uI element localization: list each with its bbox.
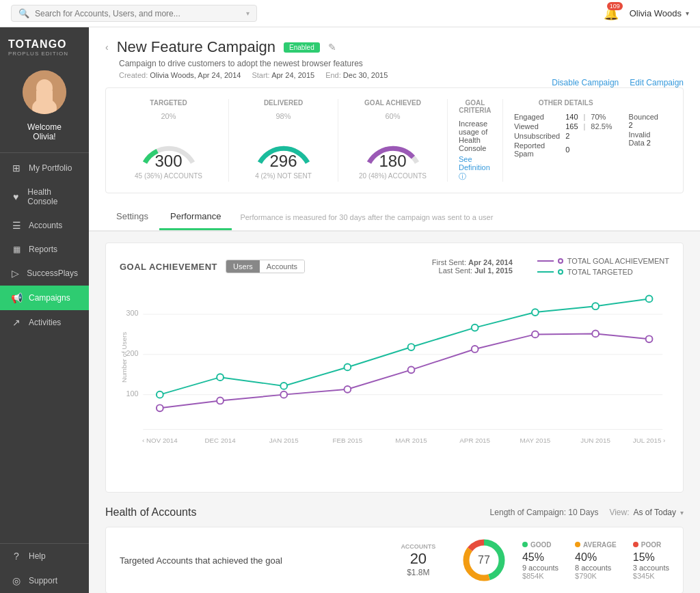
y-label-200: 200 xyxy=(126,349,138,357)
goal-achieved-sub: 20 (48%) ACCOUNTS xyxy=(349,172,436,180)
view-select[interactable]: View: As of Today ▾ xyxy=(609,508,684,517)
sidebar-item-activities[interactable]: ↗ Activities xyxy=(0,310,89,335)
tab-performance[interactable]: Performance xyxy=(159,204,232,230)
view-dropdown-icon[interactable]: ▾ xyxy=(680,509,684,516)
sidebar-item-successplays[interactable]: ▷ SuccessPlays xyxy=(0,261,89,286)
x-mar2015: MAR 2015 xyxy=(395,437,427,444)
health-card-0-title: Targeted Accounts that achieved the goal xyxy=(120,555,375,566)
tab-settings[interactable]: Settings xyxy=(105,204,159,230)
health-card-0-accounts: ACCOUNTS 20 $1.8M xyxy=(391,543,446,577)
welcome-text: Welcome Olivia! xyxy=(0,120,89,150)
see-definition-link[interactable]: See Definition ⓘ xyxy=(459,155,490,180)
tab-performance-note: Performance is measured for 30 days afte… xyxy=(240,213,493,221)
brand-edition: PROPLUS EDITION xyxy=(8,51,81,57)
edit-campaign-button[interactable]: Edit Campaign xyxy=(630,78,684,87)
user-name: Olivia Woods xyxy=(630,8,682,18)
achieved-point-0 xyxy=(157,404,163,411)
main-content: ‹ New Feature Campaign Enabled ✎ Campaig… xyxy=(89,27,700,593)
created-label: Created: xyxy=(119,71,148,79)
sidebar-item-accounts[interactable]: ☰ Accounts xyxy=(0,213,89,238)
donut-0: 77 xyxy=(462,538,506,582)
health-icon: ♥ xyxy=(11,191,21,202)
notification-badge: 109 xyxy=(607,2,623,10)
other-details-table: Engaged140|70% Viewed165|82.5% Unsubscri… xyxy=(514,112,618,158)
portfolio-icon: ⊞ xyxy=(11,163,22,174)
sidebar-item-label-portfolio: My Portfolio xyxy=(29,163,72,173)
sidebar-item-label-health: Health Console xyxy=(27,187,78,206)
topbar: 🔍 ▾ 🔔 109 Olivia Woods ▾ xyxy=(0,0,700,27)
achieved-point-3 xyxy=(344,386,351,393)
legend-dot-targeted xyxy=(558,269,563,275)
x-nov2014: ‹ NOV 2014 xyxy=(142,437,178,444)
targeted-point-1 xyxy=(217,374,224,381)
delivered-number: 296 xyxy=(269,152,297,171)
poor-pct-0: 15% xyxy=(633,551,669,564)
bounced-section: Bounced 2 Invalid Data 2 xyxy=(629,99,658,182)
enabled-badge: Enabled xyxy=(284,42,320,53)
sidebar-item-help[interactable]: ? Help xyxy=(0,544,89,568)
legend-line-targeted xyxy=(537,271,554,273)
search-dropdown-icon[interactable]: ▾ xyxy=(246,10,250,17)
delivered-label: DELIVERED xyxy=(240,99,327,107)
y-label-100: 100 xyxy=(126,389,138,398)
back-arrow[interactable]: ‹ xyxy=(105,42,109,53)
x-feb2015: FEB 2015 xyxy=(333,437,363,444)
chart-toggle[interactable]: Users Accounts xyxy=(226,260,305,273)
health-stat-good-0: GOOD 45% 9 accounts $854K xyxy=(522,541,558,580)
notification-button[interactable]: 🔔 109 xyxy=(604,6,619,21)
avatar-container xyxy=(0,62,89,120)
campaign-description: Campaign to drive customers to adopt the… xyxy=(119,59,552,68)
health-header: Health of Accounts Length of Campaign: 1… xyxy=(105,506,684,519)
sidebar-item-support[interactable]: ◎ Support xyxy=(0,568,89,593)
sidebar-item-label-activities: Activities xyxy=(29,318,61,327)
sidebar-item-label-accounts: Accounts xyxy=(29,221,62,230)
other-details-label: OTHER DETAILS xyxy=(514,99,618,107)
chart-toggle-users[interactable]: Users xyxy=(226,260,260,273)
avatar-image xyxy=(23,70,66,114)
chart-toggle-accounts[interactable]: Accounts xyxy=(260,260,304,273)
legend-dot-goal xyxy=(558,258,563,264)
search-container[interactable]: 🔍 ▾ xyxy=(11,5,257,22)
goal-achieved-number: 180 xyxy=(379,152,406,171)
successplays-icon: ▷ xyxy=(11,268,20,279)
health-stat-poor-0: POOR 15% 3 accounts $345K xyxy=(633,541,669,580)
avg-pct-0: 40% xyxy=(575,551,617,564)
donut-score-0: 77 xyxy=(478,554,490,566)
x-may2015: MAY 2015 xyxy=(520,437,550,444)
campaign-title: New Feature Campaign xyxy=(117,38,275,56)
search-input[interactable] xyxy=(35,9,241,18)
end-label: End: xyxy=(325,71,341,79)
achieved-point-2 xyxy=(280,391,287,398)
edit-icon[interactable]: ✎ xyxy=(328,42,336,53)
sidebar-item-health[interactable]: ♥ Health Console xyxy=(0,180,89,213)
legend-label-goal: TOTAL GOAL ACHIEVEMENT xyxy=(567,257,669,265)
poor-sub-0: 3 accounts xyxy=(633,564,669,572)
topbar-right: 🔔 109 Olivia Woods ▾ xyxy=(604,6,689,21)
disable-campaign-button[interactable]: Disable Campaign xyxy=(552,78,619,87)
targeted-sub: 45 (36%) ACCOUNTS xyxy=(120,172,217,180)
sidebar-item-campaigns[interactable]: 📢 Campaigns xyxy=(0,286,89,310)
sidebar-item-portfolio[interactable]: ⊞ My Portfolio xyxy=(0,156,89,180)
avg-label-0: AVERAGE xyxy=(583,541,617,549)
poor-val-0: $345K xyxy=(633,572,669,580)
health-meta: Length of Campaign: 10 Days View: As of … xyxy=(490,508,684,517)
brand-name: TOTANGO xyxy=(8,38,81,51)
activities-icon: ↗ xyxy=(11,317,22,328)
x-jul2015: JUL 2015 › xyxy=(633,437,666,444)
search-icon: 🔍 xyxy=(18,8,29,18)
stat-targeted: TARGETED 20% 300 45 (36%) ACCOUNTS xyxy=(120,99,229,182)
chart-title: GOAL ACHIEVEMENT xyxy=(120,262,217,272)
health-card-0: Targeted Accounts that achieved the goal… xyxy=(105,527,684,593)
health-title: Health of Accounts xyxy=(105,506,196,519)
help-icon: ? xyxy=(11,551,22,562)
goal-achieved-pct: 60% xyxy=(349,112,436,120)
achieved-point-4 xyxy=(408,366,415,373)
view-value[interactable]: As of Today xyxy=(634,508,676,517)
user-menu[interactable]: Olivia Woods ▾ xyxy=(630,8,689,18)
performance-content: GOAL ACHIEVEMENT Users Accounts First Se… xyxy=(89,232,700,593)
campaign-title-meta-row: ‹ New Feature Campaign Enabled ✎ Campaig… xyxy=(105,38,684,87)
sidebar-bottom: ? Help ◎ Support xyxy=(0,543,89,593)
health-stat-avg-header-0: AVERAGE xyxy=(575,541,617,549)
campaign-meta: Created: Olivia Woods, Apr 24, 2014 Star… xyxy=(119,71,552,79)
sidebar-item-reports[interactable]: ▦ Reports xyxy=(0,238,89,261)
